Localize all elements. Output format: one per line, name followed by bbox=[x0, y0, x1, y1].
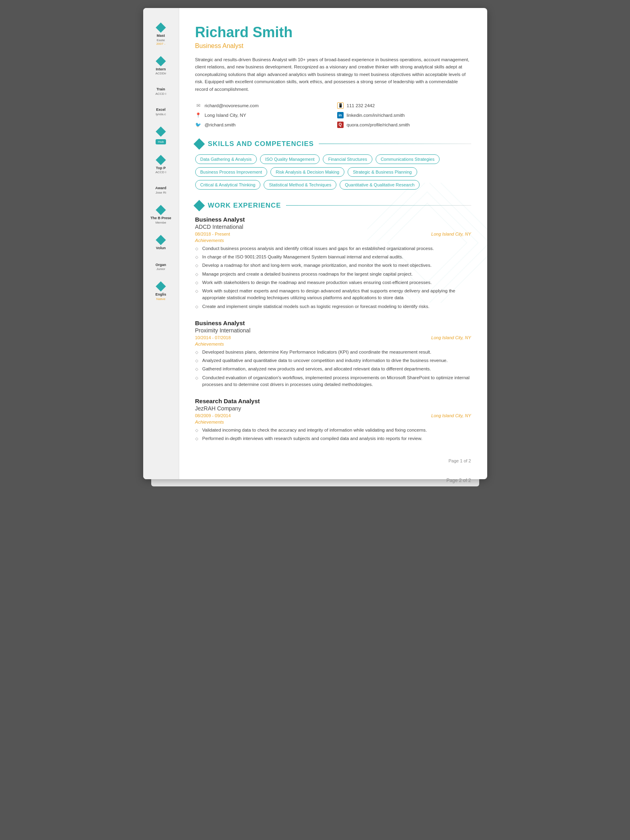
sidebar-diamond-icon-5 bbox=[156, 205, 166, 215]
sidebar-item-hub: Hub bbox=[143, 128, 179, 144]
quora-value: quora.com/profile/richard.smith bbox=[347, 122, 410, 127]
job-3-dates: 08/2009 - 09/2014 bbox=[195, 413, 231, 418]
page2-label: Page 2 of 2 bbox=[446, 478, 471, 483]
sidebar-diamond-icon-3 bbox=[156, 126, 166, 136]
sidebar-diamond-icon-6 bbox=[156, 235, 166, 245]
contact-email: ✉ richard@novoresume.com bbox=[195, 102, 329, 109]
job-1-location: Long Island City, NY bbox=[431, 232, 471, 236]
sidebar: Mast Easte 2007 - Intern ACDDir Train AC… bbox=[143, 8, 179, 479]
job-3-achievements-list: Validated incoming data to check the acc… bbox=[195, 427, 471, 442]
job-2-achievement-3: Conducted evaluation of organization's w… bbox=[195, 374, 471, 388]
sidebar-diamond-icon-4 bbox=[156, 155, 166, 165]
work-section-line bbox=[286, 205, 471, 206]
skills-section-title: SKILLS AND COMPETENCIES bbox=[208, 140, 314, 148]
skill-tag-5: Risk Analysis & Decision Making bbox=[270, 167, 344, 177]
contact-grid: ✉ richard@novoresume.com 📱 111 232 2442 … bbox=[195, 102, 471, 128]
job-1-achievement-4: Work with stakeholders to design the roa… bbox=[195, 279, 471, 286]
resume-page: Mast Easte 2007 - Intern ACDDir Train AC… bbox=[143, 8, 487, 479]
skills-grid: Data Gathering & Analysis ISO Quality Ma… bbox=[195, 154, 471, 190]
sidebar-item-intern: Intern ACDDir bbox=[143, 58, 179, 76]
job-1-achievement-5: Work with subject matter experts and man… bbox=[195, 288, 471, 302]
job-1-achievements-list: Conduct business process analysis and id… bbox=[195, 245, 471, 310]
sidebar-item-train: Train ACCD I bbox=[143, 87, 179, 96]
job-1-title: Business Analyst bbox=[195, 216, 471, 223]
contact-phone: 📱 111 232 2442 bbox=[337, 102, 471, 109]
sidebar-item-topp: Top P ACCD I bbox=[143, 156, 179, 174]
sidebar-item-english: Englis Native bbox=[143, 283, 179, 301]
job-1-dates: 08/2018 - Present bbox=[195, 232, 230, 236]
skills-section-line bbox=[319, 144, 471, 144]
job-2-title: Business Analyst bbox=[195, 320, 471, 326]
skill-tag-4: Business Process Improvement bbox=[195, 167, 268, 177]
skill-tag-0: Data Gathering & Analysis bbox=[195, 154, 257, 164]
sidebar-diamond-icon-2 bbox=[156, 56, 166, 66]
candidate-title: Business Analyst bbox=[195, 42, 471, 50]
skills-section-header: SKILLS AND COMPETENCIES bbox=[195, 140, 471, 148]
sidebar-item-organ: Organ Junior bbox=[143, 263, 179, 271]
page-stack: Page 2 of 2 Mast Easte 2007 - bbox=[143, 8, 487, 479]
job-2-achievements-list: Developed business plans, determine Key … bbox=[195, 349, 471, 388]
job-2-achievement-2: Gathered information, analyzed new produ… bbox=[195, 366, 471, 372]
job-3-location: Long Island City, NY bbox=[431, 413, 471, 418]
location-icon: 📍 bbox=[195, 112, 202, 118]
job-2-achievement-0: Developed business plans, determine Key … bbox=[195, 349, 471, 356]
sidebar-item-volun: Volun bbox=[143, 236, 179, 251]
job-3: Research Data Analyst JezRAH Company 08/… bbox=[195, 398, 471, 442]
sidebar-item-award: Award Jose Ri bbox=[143, 186, 179, 194]
job-2-company: Proximity International bbox=[195, 327, 471, 334]
job-1-achievement-6: Create and implement simple statistical … bbox=[195, 303, 471, 310]
email-value: richard@novoresume.com bbox=[205, 103, 259, 108]
skill-tag-1: ISO Quality Management bbox=[260, 154, 320, 164]
job-1-achievements-label: Achievements bbox=[195, 238, 471, 243]
job-1-achievement-2: Develop a roadmap for short and long-ter… bbox=[195, 262, 471, 269]
skill-tag-2: Financial Structures bbox=[323, 154, 372, 164]
job-3-meta: 08/2009 - 09/2014 Long Island City, NY bbox=[195, 413, 471, 418]
job-1-achievement-3: Manage projects and create a detailed bu… bbox=[195, 271, 471, 278]
work-diamond-icon bbox=[193, 200, 204, 211]
work-section-header: WORK EXPERIENCE bbox=[195, 202, 471, 210]
sidebar-diamond-icon bbox=[156, 22, 166, 32]
phone-icon: 📱 bbox=[337, 102, 344, 109]
linkedin-value: linkedin.com/in/richard.smith bbox=[347, 113, 405, 118]
sidebar-diamond-icon-7 bbox=[156, 281, 166, 291]
twitter-icon: 🐦 bbox=[195, 122, 202, 128]
job-2-achievements-label: Achievements bbox=[195, 342, 471, 346]
candidate-summary: Strategic and results-driven Business An… bbox=[195, 56, 471, 93]
skill-tag-8: Statistical Method & Techniques bbox=[264, 180, 336, 190]
job-2-dates: 10/2014 - 07/2018 bbox=[195, 335, 231, 340]
job-1-achievement-0: Conduct business process analysis and id… bbox=[195, 245, 471, 252]
skills-diamond-icon bbox=[193, 138, 204, 150]
twitter-value: @richard.smith bbox=[205, 122, 236, 127]
sidebar-item-excel: Excel lynda.c bbox=[143, 108, 179, 116]
skill-tag-9: Quantitative & Qualitative Research bbox=[340, 180, 420, 190]
work-section-title: WORK EXPERIENCE bbox=[208, 202, 281, 210]
job-3-company: JezRAH Company bbox=[195, 405, 471, 412]
page-number: Page 1 of 2 bbox=[195, 454, 471, 463]
job-1-meta: 08/2018 - Present Long Island City, NY bbox=[195, 232, 471, 236]
contact-quora: Q quora.com/profile/richard.smith bbox=[337, 122, 471, 128]
sidebar-item-masters: Mast Easte 2007 - bbox=[143, 24, 179, 46]
job-3-achievement-0: Validated incoming data to check the acc… bbox=[195, 427, 471, 434]
skill-tag-6: Strategic & Business Planning bbox=[348, 167, 417, 177]
job-3-title: Research Data Analyst bbox=[195, 398, 471, 404]
skill-tag-3: Communications Strategies bbox=[376, 154, 440, 164]
quora-icon: Q bbox=[337, 122, 344, 128]
contact-location: 📍 Long Island City, NY bbox=[195, 112, 329, 118]
location-value: Long Island City, NY bbox=[205, 113, 246, 118]
main-content: Richard Smith Business Analyst Strategic… bbox=[179, 8, 487, 479]
job-1: Business Analyst ADCD International 08/2… bbox=[195, 216, 471, 310]
linkedin-icon: in bbox=[337, 112, 344, 118]
job-2: Business Analyst Proximity International… bbox=[195, 320, 471, 388]
phone-value: 111 232 2442 bbox=[347, 103, 375, 108]
job-1-company: ADCD International bbox=[195, 224, 471, 230]
candidate-header: Richard Smith Business Analyst bbox=[195, 24, 471, 50]
job-2-meta: 10/2014 - 07/2018 Long Island City, NY bbox=[195, 335, 471, 340]
job-3-achievements-label: Achievements bbox=[195, 420, 471, 424]
sidebar-item-theb: The B Prese Membe bbox=[143, 206, 179, 224]
job-2-location: Long Island City, NY bbox=[431, 335, 471, 340]
skill-tag-7: Critical & Analytical Thinking bbox=[195, 180, 261, 190]
job-2-achievement-1: Analyzed qualitative and quantitative da… bbox=[195, 357, 471, 364]
job-3-achievement-1: Performed in-depth interviews with resea… bbox=[195, 435, 471, 442]
contact-twitter: 🐦 @richard.smith bbox=[195, 122, 329, 128]
contact-linkedin: in linkedin.com/in/richard.smith bbox=[337, 112, 471, 118]
